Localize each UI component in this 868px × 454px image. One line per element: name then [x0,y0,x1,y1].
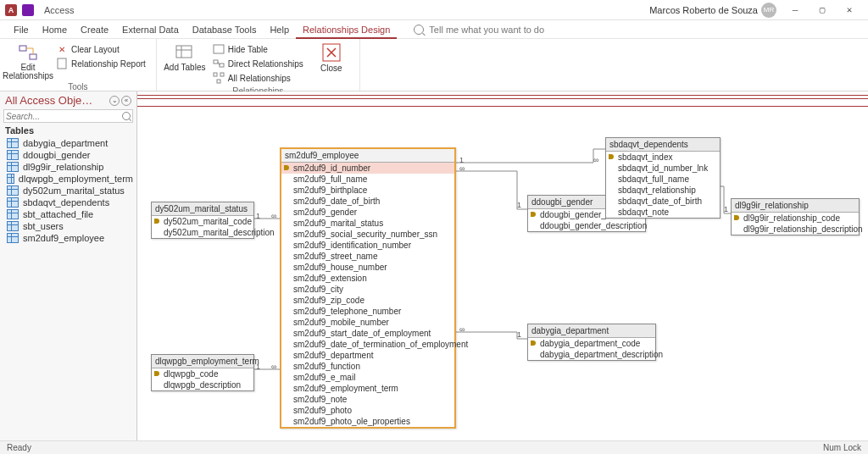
close-window-button[interactable]: ✕ [836,0,863,20]
field[interactable]: sbdaqvt_relationship [606,185,720,196]
minimize-button[interactable]: — [782,0,809,20]
field[interactable]: sm2duf9_mobile_number [281,317,454,328]
menu-external-data[interactable]: External Data [115,20,186,39]
nav-table-item[interactable]: dl9g9ir_relationship [0,161,136,173]
nav-table-item[interactable]: dlqwpgb_employment_term [0,173,136,185]
table-marital-status[interactable]: dy502um_marital_status dy502um_marital_c… [151,202,254,239]
nav-table-item[interactable]: ddougbi_gender [0,149,136,161]
field-pk[interactable]: dl9g9ir_relationship_code [732,213,859,224]
app-title: Access [44,5,74,15]
edit-relationships-button[interactable]: Edit Relationships [5,41,51,82]
user-name[interactable]: Marcos Roberto de Souza [649,5,758,15]
menu-database-tools[interactable]: Database Tools [186,20,264,39]
field[interactable]: sbdaqvt_date_of_birth [606,196,720,207]
field[interactable]: sm2duf9_identification_number [281,240,454,251]
menu-help[interactable]: Help [263,20,296,39]
nav-section-tables[interactable]: Tables [0,124,136,137]
nav-search-input[interactable] [6,112,122,121]
nav-header[interactable]: All Access Obje… ⌄ « [0,91,136,108]
field[interactable]: sm2duf9_extension [281,273,454,284]
field[interactable]: sbdaqvt_note [606,207,720,218]
table-relationship[interactable]: dl9g9ir_relationship dl9g9ir_relationshi… [731,198,860,235]
field[interactable]: sm2duf9_telephone_number [281,306,454,317]
menu-relationships-design[interactable]: Relationships Design [296,20,397,39]
table-title[interactable]: dabygia_department [528,324,655,338]
close-button[interactable]: Close [309,41,354,75]
table-title[interactable]: sbdaqvt_dependents [606,138,720,152]
menu-create[interactable]: Create [74,20,115,39]
field[interactable]: sm2duf9_date_of_termination_of_employmen… [281,339,454,350]
nav-collapse-icon[interactable]: « [121,96,131,106]
rel-cardinality: 1 [517,201,521,209]
tell-me-search[interactable]: Tell me what you want to do [414,25,544,35]
field[interactable]: dl9g9ir_relationship_description [732,224,859,235]
table-title[interactable]: dlqwpgb_employment_term [152,355,253,368]
field[interactable]: dy502um_marital_description [152,227,253,238]
add-tables-button[interactable]: Add Tables [162,41,208,74]
field[interactable]: dlqwpgb_description [152,379,253,390]
field[interactable]: sm2duf9_start_date_of_employment [281,328,454,339]
field[interactable]: sm2duf9_employment_term [281,383,454,394]
nav-search[interactable] [3,109,133,123]
field[interactable]: sm2duf9_house_number [281,262,454,273]
field[interactable]: sm2duf9_department [281,350,454,361]
nav-dropdown-icon[interactable]: ⌄ [109,96,120,106]
nav-table-item[interactable]: sbt_attached_file [0,208,136,220]
menu-home[interactable]: Home [36,20,74,39]
rel-cardinality: ∞ [459,325,465,334]
field[interactable]: sm2duf9_date_of_birth [281,196,454,207]
nav-table-item[interactable]: sbt_users [0,220,136,232]
field[interactable]: sm2duf9_function [281,361,454,372]
relationship-report-button[interactable]: Relationship Report [54,57,147,70]
relationships-canvas[interactable]: 1 ∞ 1 ∞ 1 ∞ ∞ 1 ∞ 1 ∞ 1 dy502um_marital_… [137,91,868,440]
field[interactable]: ddougbi_gender_description [528,220,645,231]
field[interactable]: sbdaqvt_full_name [606,174,720,185]
field-pk[interactable]: dabygia_department_code [528,338,655,349]
nav-table-item[interactable]: sbdaqvt_dependents [0,197,136,208]
navigation-pane: All Access Obje… ⌄ « Tables dabygia_depa… [0,91,137,440]
menu-file[interactable]: File [7,20,36,39]
field[interactable]: sm2duf9_e_mail [281,372,454,383]
maximize-button[interactable]: ▢ [809,0,836,20]
field-pk[interactable]: dlqwpgb_code [152,368,253,379]
avatar[interactable]: MR [761,3,776,18]
table-employee[interactable]: sm2duf9_employee sm2duf9_id_number sm2du… [280,147,456,429]
field-pk[interactable]: sm2duf9_id_number [281,163,454,174]
table-employment-term[interactable]: dlqwpgb_employment_term dlqwpgb_code dlq… [151,354,254,391]
save-icon[interactable] [22,4,34,16]
field[interactable]: sm2duf9_photo [281,405,454,416]
svg-rect-3 [176,46,192,58]
field[interactable]: sm2duf9_note [281,394,454,405]
field[interactable]: sm2duf9_zip_code [281,295,454,306]
table-title[interactable]: sm2duf9_employee [281,149,454,163]
field[interactable]: sm2duf9_gender [281,207,454,218]
field[interactable]: sm2duf9_birthplace [281,185,454,196]
table-dependents[interactable]: sbdaqvt_dependents sbdaqvt_index sbdaqvt… [605,137,721,219]
all-relationships-button[interactable]: All Relationships [211,71,305,85]
nav-table-item[interactable]: sm2duf9_employee [0,232,136,244]
nav-table-item[interactable]: dabygia_department [0,137,136,149]
nav-table-item[interactable]: dy502um_marital_status [0,185,136,197]
tell-me-placeholder: Tell me what you want to do [429,25,544,35]
field[interactable]: dabygia_department_description [528,349,655,360]
direct-relationships-button[interactable]: Direct Relationships [211,57,305,70]
hide-table-button[interactable]: Hide Table [211,42,305,56]
table-department[interactable]: dabygia_department dabygia_department_co… [527,324,656,361]
rel-cardinality: 1 [724,205,728,213]
app-icon: A [5,4,17,16]
field[interactable]: sm2duf9_photo_ole_properties [281,416,454,427]
field[interactable]: sbdaqvt_id_number_lnk [606,163,720,174]
clear-layout-button[interactable]: ✕Clear Layout [54,42,147,56]
field-pk[interactable]: dy502um_marital_code [152,216,253,227]
field[interactable]: sm2duf9_marital_status [281,218,454,229]
table-title[interactable]: dy502um_marital_status [152,202,253,216]
field[interactable]: sm2duf9_street_name [281,251,454,262]
field[interactable]: sm2duf9_social_security_number_ssn [281,229,454,240]
rel-cardinality: 1 [517,330,521,339]
rel-cardinality: ∞ [271,363,276,371]
field[interactable]: sm2duf9_city [281,284,454,295]
table-title[interactable]: dl9g9ir_relationship [732,199,859,213]
field[interactable]: sm2duf9_full_name [281,174,454,185]
field-pk[interactable]: sbdaqvt_index [606,152,720,163]
menubar: File Home Create External Data Database … [0,20,868,39]
